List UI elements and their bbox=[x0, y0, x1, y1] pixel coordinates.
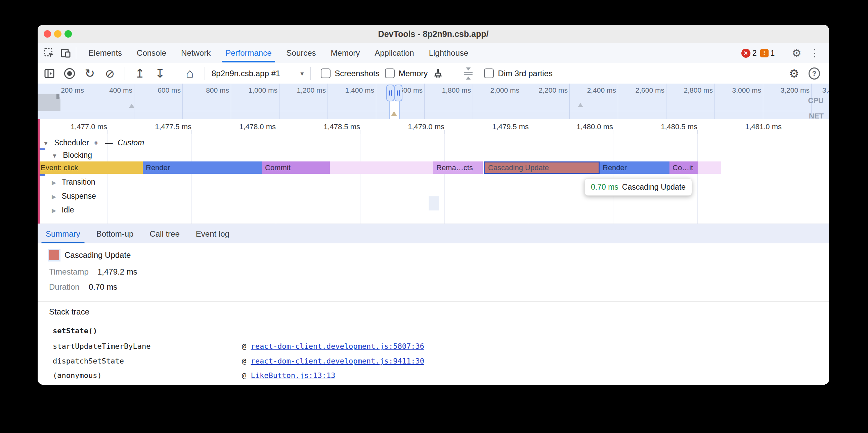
collapse-sections-icon[interactable] bbox=[463, 67, 473, 79]
collapsed-triangle-icon[interactable]: ▶ bbox=[52, 179, 56, 186]
dim-3rd-parties-checkbox[interactable] bbox=[484, 68, 494, 78]
timeline-overview[interactable]: 200 ms 400 ms 600 ms 800 ms 1,000 ms 1,2… bbox=[38, 84, 829, 120]
stack-frame-fn: setState() bbox=[53, 327, 97, 335]
detail-time-ruler[interactable]: 1,477.0 ms 1,477.5 ms 1,478.0 ms 1,478.5… bbox=[38, 119, 829, 135]
render-bar[interactable]: Render bbox=[599, 162, 670, 174]
warning-count[interactable]: 1 bbox=[771, 49, 775, 58]
devtools-tab-bar: Elements Console Network Performance Sou… bbox=[38, 43, 829, 63]
warning-bang-glyph: ! bbox=[763, 50, 765, 56]
overview-tick: 3,200 ms bbox=[766, 86, 810, 94]
overview-tick: 2,000 ms bbox=[476, 86, 519, 94]
tab-summary[interactable]: Summary bbox=[38, 224, 88, 244]
settings-gear-icon[interactable]: ⚙ bbox=[788, 43, 806, 63]
garbage-collect-brush-icon[interactable] bbox=[432, 68, 444, 79]
clear-recording-icon[interactable]: ⊘ bbox=[104, 68, 116, 79]
devtools-window: DevTools - 8p2n9n.csb.app/ Elements Cons… bbox=[38, 25, 829, 385]
cpu-baseline bbox=[38, 111, 829, 111]
track-selection-dash bbox=[39, 174, 45, 176]
overview-tick: 3,000 ms bbox=[717, 86, 761, 94]
tab-application[interactable]: Application bbox=[367, 43, 421, 63]
tab-event-log[interactable]: Event log bbox=[188, 224, 238, 244]
blocking-lane-row[interactable]: ▼ Blocking bbox=[52, 151, 92, 160]
lane-label: Transition bbox=[61, 177, 95, 186]
tab-network[interactable]: Network bbox=[174, 43, 218, 63]
details-tab-bar: Summary Bottom-up Call tree Event log bbox=[38, 224, 829, 244]
device-toolbar-icon[interactable] bbox=[60, 48, 71, 58]
at-symbol: @ bbox=[242, 357, 246, 365]
at-symbol: @ bbox=[242, 371, 246, 379]
suspense-lane-row[interactable]: ▶ Suspense bbox=[52, 192, 96, 201]
source-link[interactable]: react-dom-client.development.js:5807:36 bbox=[251, 342, 425, 351]
inspect-element-icon[interactable] bbox=[44, 48, 54, 58]
screenshots-checkbox[interactable] bbox=[321, 68, 331, 78]
collapsed-triangle-icon[interactable]: ▶ bbox=[52, 194, 56, 200]
tab-performance[interactable]: Performance bbox=[218, 43, 279, 63]
error-count[interactable]: 2 bbox=[752, 49, 757, 58]
capture-settings-gear-icon[interactable]: ⚙ bbox=[788, 68, 800, 79]
tab-lighthouse[interactable]: Lighthouse bbox=[422, 43, 476, 63]
tab-elements[interactable]: Elements bbox=[81, 43, 129, 63]
tooltip-label: Cascading Update bbox=[622, 182, 686, 192]
transition-lane-row[interactable]: ▶ Transition bbox=[52, 177, 95, 187]
tab-console[interactable]: Console bbox=[129, 43, 174, 63]
stack-frame-location: @ react-dom-client.development.js:9411:3… bbox=[242, 357, 424, 365]
target-selector-dropdown[interactable]: 8p2n9n.csb.app #1 ▾ bbox=[212, 69, 304, 78]
track-accent-stripe bbox=[38, 119, 40, 224]
duration-label: Duration bbox=[49, 282, 80, 292]
duration-value: 0.70 ms bbox=[89, 282, 117, 292]
source-link[interactable]: LikeButton.js:13:13 bbox=[251, 371, 336, 379]
window-title: DevTools - 8p2n9n.csb.app/ bbox=[38, 29, 829, 39]
load-profile-icon[interactable]: ↥ bbox=[134, 68, 146, 79]
expand-triangle-icon[interactable]: ▼ bbox=[52, 153, 57, 159]
collapsed-triangle-icon[interactable]: ▶ bbox=[52, 207, 56, 214]
overview-tick: 2,600 ms bbox=[621, 86, 664, 94]
remaining-effects-bar[interactable]: Rema…cts bbox=[433, 162, 483, 174]
overview-tick: 1,400 ms bbox=[331, 86, 374, 94]
selection-window[interactable] bbox=[389, 99, 400, 119]
error-badge-icon[interactable]: ✕ bbox=[741, 49, 750, 58]
idle-lane-row[interactable]: ▶ Idle bbox=[52, 205, 74, 214]
minor-update-bar[interactable] bbox=[330, 162, 433, 174]
event-tooltip: 0.70 ms Cascading Update bbox=[585, 178, 692, 196]
scheduler-track-header[interactable]: ▼ Scheduler ⚛ — Custom bbox=[43, 138, 144, 147]
commit-bar[interactable]: Co…it bbox=[670, 162, 698, 174]
cascading-update-bar-selected[interactable]: Cascading Update bbox=[484, 162, 599, 174]
warning-badge-icon[interactable]: ! bbox=[760, 49, 769, 57]
divider bbox=[76, 47, 76, 59]
more-options-icon[interactable]: ⋮ bbox=[806, 43, 824, 63]
marker-triangle bbox=[129, 104, 134, 108]
react-atom-icon: ⚛ bbox=[93, 140, 99, 147]
tab-bottom-up[interactable]: Bottom-up bbox=[88, 224, 142, 244]
event-click-bar[interactable]: Event: click bbox=[38, 162, 143, 174]
toggle-sidebar-icon[interactable] bbox=[44, 68, 55, 79]
track-badge-custom: Custom bbox=[118, 138, 144, 147]
reload-and-record-icon[interactable]: ↻ bbox=[84, 68, 95, 79]
save-profile-icon[interactable]: ↧ bbox=[154, 68, 165, 79]
overview-tick: 2,800 ms bbox=[669, 86, 713, 94]
minor-update-bar[interactable] bbox=[698, 162, 721, 174]
record-button[interactable] bbox=[64, 68, 75, 79]
tab-sources[interactable]: Sources bbox=[279, 43, 323, 63]
memory-checkbox[interactable] bbox=[385, 68, 395, 78]
divider bbox=[38, 301, 829, 302]
selection-left-handle[interactable] bbox=[386, 85, 394, 101]
lane-label: Suspense bbox=[61, 192, 96, 200]
commit-bar[interactable]: Commit bbox=[262, 162, 330, 174]
render-bar[interactable]: Render bbox=[143, 162, 262, 174]
source-link[interactable]: react-dom-client.development.js:9411:30 bbox=[251, 357, 425, 365]
marker-triangle bbox=[578, 103, 583, 107]
overview-tick: 400 ms bbox=[89, 86, 132, 94]
tab-memory[interactable]: Memory bbox=[323, 43, 368, 63]
help-icon[interactable]: ? bbox=[809, 68, 820, 79]
selection-right-handle[interactable] bbox=[394, 85, 402, 101]
tab-call-tree[interactable]: Call tree bbox=[142, 224, 187, 244]
screenshots-label: Screenshots bbox=[335, 69, 379, 78]
stack-frame-fn: dispatchSetState bbox=[53, 357, 124, 365]
overview-tick: 800 ms bbox=[185, 86, 229, 94]
overview-tick: 1,800 ms bbox=[427, 86, 471, 94]
expand-triangle-icon[interactable]: ▼ bbox=[43, 140, 49, 147]
flame-chart-row[interactable]: Event: click Render Commit Rema…cts Casc… bbox=[38, 162, 829, 174]
timestamp-value: 1,479.2 ms bbox=[97, 267, 137, 276]
home-icon[interactable]: ⌂ bbox=[184, 68, 195, 79]
overview-tick: 3,4 bbox=[822, 86, 829, 94]
